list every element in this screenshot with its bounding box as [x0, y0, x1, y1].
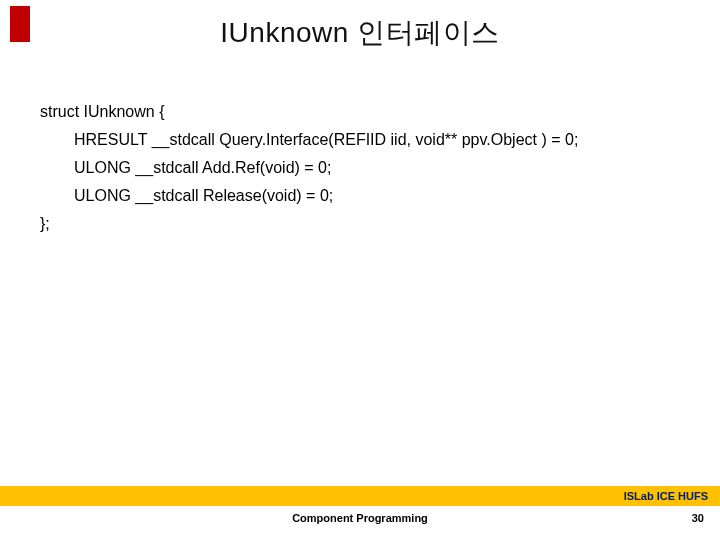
code-line: ULONG __stdcall Add.Ref(void) = 0;: [40, 154, 690, 182]
footer-center: Component Programming: [0, 512, 720, 524]
footer-text: Component Programming 30: [0, 512, 720, 532]
code-line: struct IUnknown {: [40, 98, 690, 126]
code-line: HRESULT __stdcall Query.Interface(REFIID…: [40, 126, 690, 154]
code-line: };: [40, 210, 690, 238]
code-line: ULONG __stdcall Release(void) = 0;: [40, 182, 690, 210]
slide: IUnknown 인터페이스 struct IUnknown { HRESULT…: [0, 0, 720, 540]
code-block: struct IUnknown { HRESULT __stdcall Quer…: [40, 98, 690, 238]
slide-title: IUnknown 인터페이스: [0, 14, 720, 52]
footer-bar: ISLab ICE HUFS: [0, 486, 720, 506]
page-number: 30: [692, 512, 704, 524]
footer-lab: ISLab ICE HUFS: [624, 486, 708, 506]
